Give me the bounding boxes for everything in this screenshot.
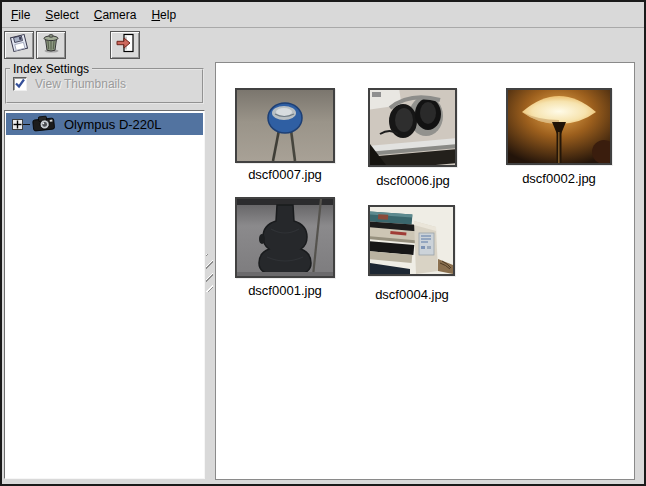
- thumbnail-dscf0001[interactable]: [235, 197, 335, 278]
- trash-can-icon: [40, 32, 62, 58]
- index-settings-frame: Index Settings View Thumbnails: [5, 68, 204, 104]
- menu-camera[interactable]: Camera: [94, 8, 137, 22]
- thumbnail-filename: dscf0006.jpg: [363, 173, 463, 188]
- exit-door-icon: [114, 32, 136, 58]
- thumbnail-dscf0002[interactable]: [506, 88, 612, 165]
- thumbnail-panel: dscf0007.jpg dsc: [215, 62, 635, 480]
- thumbnail-filename: dscf0001.jpg: [235, 283, 335, 298]
- checkmark-icon: [14, 75, 26, 93]
- thumbnail-filename: dscf0007.jpg: [235, 167, 335, 182]
- thumbnail-filename: dscf0004.jpg: [362, 287, 462, 302]
- view-thumbnails-row[interactable]: View Thumbnails: [13, 77, 126, 91]
- view-thumbnails-label: View Thumbnails: [35, 77, 126, 91]
- thumbnail-dscf0004[interactable]: [368, 205, 455, 276]
- expander-plus-icon[interactable]: [12, 119, 23, 130]
- pane-splitter[interactable]: [205, 62, 215, 480]
- tree-connector-line: [23, 124, 30, 125]
- menu-file[interactable]: File: [11, 8, 30, 22]
- tree-item-olympus[interactable]: Olympus D-220L: [6, 113, 203, 135]
- thumbnail-dscf0007[interactable]: [235, 88, 335, 163]
- thumbnail-dscf0006[interactable]: [368, 88, 457, 167]
- menu-bar: File Select Camera Help: [2, 2, 644, 28]
- application-window: File Select Camera Help: [0, 0, 646, 486]
- save-button[interactable]: [4, 31, 34, 59]
- delete-button[interactable]: [36, 31, 66, 59]
- menu-select[interactable]: Select: [45, 8, 78, 22]
- exit-button[interactable]: [110, 31, 140, 59]
- view-thumbnails-checkbox[interactable]: [13, 77, 27, 91]
- tree-item-label: Olympus D-220L: [64, 117, 162, 132]
- camera-tree[interactable]: Olympus D-220L: [4, 110, 205, 479]
- thumbnail-filename: dscf0002.jpg: [509, 171, 609, 186]
- splitter-grip-icon[interactable]: [206, 254, 213, 292]
- camera-icon: [31, 113, 57, 136]
- frame-title: Index Settings: [10, 62, 92, 76]
- floppy-disk-icon: [8, 32, 30, 58]
- menu-help[interactable]: Help: [151, 8, 176, 22]
